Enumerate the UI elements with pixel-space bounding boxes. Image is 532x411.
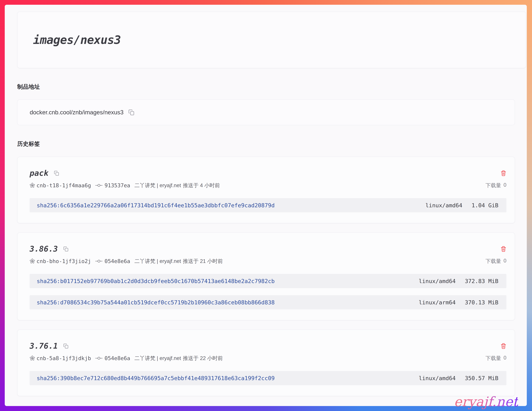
gradient-frame: images/nexus3 制品地址 docker.cnb.cool/znb/i… [0, 0, 532, 411]
digest-size: 370.13 MiB [465, 299, 498, 306]
pusher-name: 二丫讲梵 | eryajf.net [134, 355, 181, 362]
tag-card-3-86-3: 3.86.3 [17, 233, 515, 320]
digest-platform: linux/amd64 [419, 375, 456, 381]
digest-size: 372.83 MiB [465, 278, 498, 284]
downloads-count: 0 [504, 355, 506, 362]
pushed-time: 推送于 22 小时前 [183, 355, 223, 362]
digest-platform: linux/amd64 [425, 202, 462, 209]
registry-page: images/nexus3 制品地址 docker.cnb.cool/znb/i… [5, 5, 527, 406]
digest-row: sha256:390b8ec7e712c680ed8b449b766695a7c… [30, 371, 506, 385]
delete-tag-button[interactable] [501, 170, 506, 176]
downloads-counter: 下载量 0 [485, 258, 506, 265]
commit-icon [95, 259, 103, 263]
commit-hash[interactable]: 054e8e6a [104, 355, 130, 361]
copy-icon [63, 246, 69, 252]
commit-hash[interactable]: 913537ea [104, 182, 130, 188]
copy-tag-button[interactable] [54, 170, 59, 176]
build-id: cnb-bho-1jf3jio2j [37, 258, 91, 264]
copy-icon [128, 109, 135, 116]
image-title-card: images/nexus3 [17, 12, 526, 68]
build-id: cnb-5a8-1jf3jdkjb [37, 355, 91, 361]
downloads-label: 下载量 [485, 355, 501, 362]
tag-name: pack [30, 168, 48, 178]
digest-sha-link[interactable]: sha256:b017152eb97769b0ab1c2d0d3dcb9feeb… [37, 278, 275, 284]
copy-tag-button[interactable] [63, 343, 69, 349]
downloads-counter: 下载量 0 [485, 182, 506, 189]
downloads-counter: 下载量 0 [485, 355, 506, 362]
tag-card-3-76-1: 3.76.1 [17, 330, 515, 396]
downloads-count: 0 [504, 182, 506, 189]
trash-icon [501, 343, 506, 349]
trash-icon [501, 170, 506, 176]
pusher-name: 二丫讲梵 | eryajf.net [134, 182, 181, 189]
tag-name: 3.86.3 [30, 244, 58, 254]
pusher-name: 二丫讲梵 | eryajf.net [134, 258, 181, 265]
tag-card-pack: pack [17, 157, 515, 223]
build-id: cnb-t18-1jf4maa6g [37, 182, 91, 188]
artifact-url: docker.cnb.cool/znb/images/nexus3 [30, 109, 124, 116]
digest-row: sha256:b017152eb97769b0ab1c2d0d3dcb9feeb… [30, 274, 506, 288]
delete-tag-button[interactable] [501, 246, 506, 252]
downloads-label: 下载量 [485, 182, 501, 189]
digest-size: 350.57 MiB [465, 375, 498, 381]
delete-tag-button[interactable] [501, 343, 506, 349]
tag-name: 3.76.1 [30, 341, 58, 351]
digest-row: sha256:6c6356a1e229766a2a06f17314bd191c6… [30, 198, 506, 212]
pushed-time: 推送于 4 小时前 [183, 182, 220, 189]
digest-size: 1.04 GiB [472, 202, 498, 209]
digest-platform: linux/amd64 [419, 278, 456, 284]
trash-icon [501, 246, 506, 252]
copy-url-button[interactable] [128, 109, 135, 116]
artifact-url-box: docker.cnb.cool/znb/images/nexus3 [17, 99, 515, 125]
digest-sha-link[interactable]: sha256:d7086534c39b75a544a01cb519dcef0cc… [37, 299, 275, 306]
copy-icon [63, 343, 69, 349]
digest-sha-link[interactable]: sha256:390b8ec7e712c680ed8b449b766695a7c… [37, 375, 275, 381]
build-icon [30, 258, 35, 264]
digest-sha-link[interactable]: sha256:6c6356a1e229766a2a06f17314bd191c6… [37, 202, 275, 209]
build-icon [30, 183, 35, 188]
history-tags-heading: 历史标签 [17, 140, 515, 148]
build-icon [30, 355, 35, 361]
commit-icon [95, 356, 103, 360]
commit-hash[interactable]: 054e8e6a [104, 258, 130, 264]
downloads-label: 下载量 [485, 258, 501, 265]
artifact-address-heading: 制品地址 [17, 83, 515, 90]
digest-platform: linux/arm64 [419, 299, 456, 306]
page-title: images/nexus3 [33, 33, 121, 47]
digest-row: sha256:d7086534c39b75a544a01cb519dcef0cc… [30, 295, 506, 309]
pushed-time: 推送于 21 小时前 [183, 258, 223, 265]
downloads-count: 0 [504, 258, 506, 265]
commit-icon [95, 184, 103, 187]
copy-tag-button[interactable] [63, 246, 69, 252]
copy-icon [54, 170, 59, 176]
watermark: eryajf.net [454, 394, 518, 409]
